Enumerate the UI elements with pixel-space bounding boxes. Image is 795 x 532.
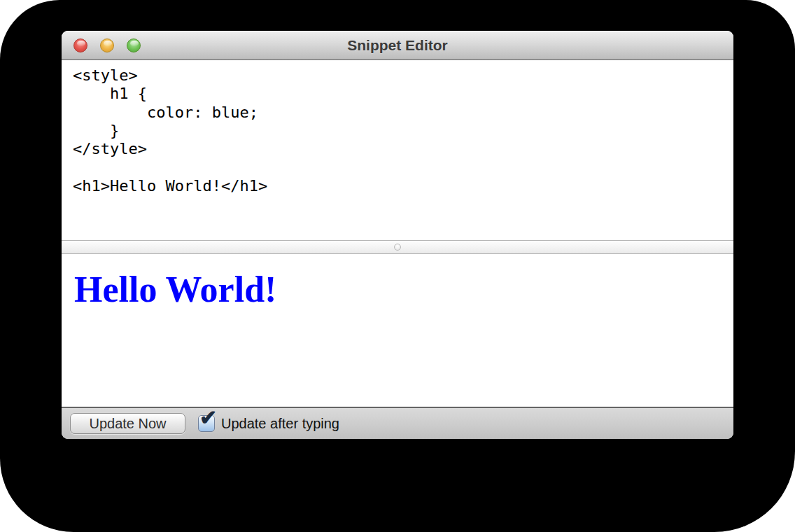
checkmark-icon: ✔: [199, 407, 217, 428]
checkbox-label[interactable]: Update after typing: [221, 416, 339, 432]
window-title: Snippet Editor: [62, 31, 733, 59]
splitter-grip-icon[interactable]: [394, 244, 401, 251]
code-editor-pane[interactable]: <style> h1 { color: blue; } </style> <h1…: [62, 60, 733, 240]
bottom-toolbar: Update Now ✔ Update after typing: [62, 407, 733, 439]
minimize-button[interactable]: [100, 38, 114, 52]
update-after-typing-control[interactable]: ✔ Update after typing: [198, 415, 339, 432]
title-bar[interactable]: Snippet Editor: [62, 31, 733, 60]
update-after-typing-checkbox[interactable]: ✔: [198, 415, 215, 432]
code-text[interactable]: <style> h1 { color: blue; } </style> <h1…: [73, 66, 724, 195]
close-button[interactable]: [73, 38, 87, 52]
zoom-button[interactable]: [127, 38, 141, 52]
update-now-button[interactable]: Update Now: [70, 413, 185, 434]
pane-splitter[interactable]: [62, 240, 733, 254]
preview-pane: Hello World!: [62, 254, 733, 407]
snippet-editor-window: Snippet Editor <style> h1 { color: blue;…: [62, 31, 733, 439]
preview-heading: Hello World!: [74, 270, 733, 309]
traffic-lights: [73, 38, 141, 52]
